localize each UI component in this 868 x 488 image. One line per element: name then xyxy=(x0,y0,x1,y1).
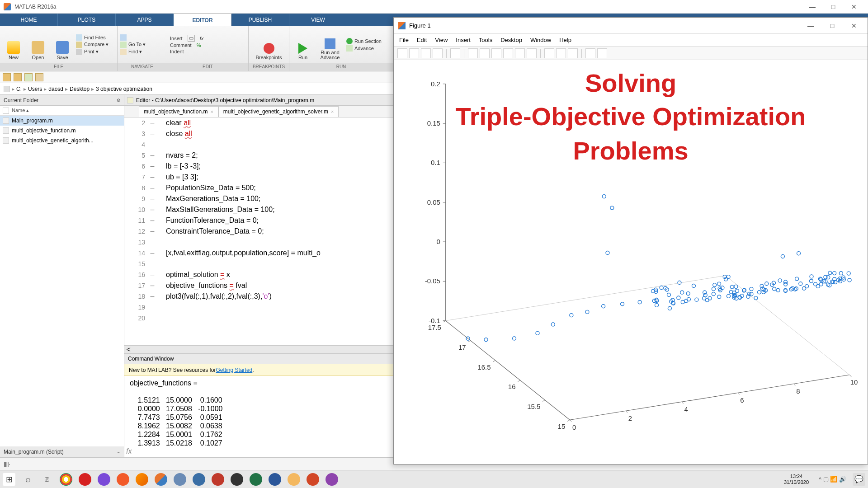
menu-view[interactable]: View xyxy=(435,37,448,43)
compare-button[interactable]: Compare ▾ xyxy=(76,42,108,48)
tab-apps[interactable]: APPS xyxy=(116,14,174,26)
print-button[interactable]: Print ▾ xyxy=(76,49,108,55)
menu-desktop[interactable]: Desktop xyxy=(500,37,522,43)
taskbar-chrome-icon[interactable] xyxy=(60,473,72,486)
advance-button[interactable]: Advance xyxy=(346,45,382,52)
qa-fwd-button[interactable] xyxy=(14,73,22,81)
figure-maximize-button[interactable]: □ xyxy=(823,22,841,29)
taskbar-matlab-icon[interactable] xyxy=(155,473,167,486)
tab-home[interactable]: HOME xyxy=(0,14,58,26)
menu-edit[interactable]: Edit xyxy=(417,37,427,43)
figure-window[interactable]: Figure 1 — □ ✕ File Edit View Insert Too… xyxy=(393,17,868,465)
fig-hide-icon[interactable] xyxy=(585,48,595,58)
breakpoints-button[interactable]: Breakpoints xyxy=(258,28,280,61)
menu-tools[interactable]: Tools xyxy=(479,37,492,43)
addr-part[interactable]: daosd xyxy=(48,86,63,92)
taskbar-firefox-icon[interactable] xyxy=(136,473,148,486)
fig-colorbar-icon[interactable] xyxy=(556,48,566,58)
file-item[interactable]: multi_objective_genetic_algorith... xyxy=(0,136,124,145)
window-maximize-button[interactable]: □ xyxy=(823,0,844,14)
indent-button[interactable]: Indent xyxy=(170,49,203,54)
run-button[interactable]: Run xyxy=(292,28,314,61)
taskbar-ppt-icon[interactable] xyxy=(307,473,319,486)
addr-part[interactable]: 3 objective optimization xyxy=(96,86,152,92)
details-header[interactable]: Main_program.m (Script)⌄ xyxy=(0,446,124,457)
editor-tab[interactable]: multi_objective_function.m× xyxy=(139,106,218,117)
nav-back-button[interactable] xyxy=(120,34,146,41)
tab-close-icon[interactable]: × xyxy=(210,109,213,114)
fig-pointer-icon[interactable] xyxy=(450,48,460,58)
figure-close-button[interactable]: ✕ xyxy=(845,22,863,29)
taskbar-app-icon[interactable] xyxy=(326,473,338,486)
run-advance-button[interactable]: Run and Advance xyxy=(316,28,344,61)
fig-dock-icon[interactable] xyxy=(597,48,607,58)
fig-brush-icon[interactable] xyxy=(527,48,537,58)
taskbar-app-icon[interactable] xyxy=(174,473,186,486)
fig-zoomout-icon[interactable] xyxy=(480,48,490,58)
save-button[interactable]: Save xyxy=(52,28,73,61)
taskbar-paint-icon[interactable] xyxy=(288,473,300,486)
tab-editor[interactable]: EDITOR xyxy=(174,14,231,26)
fig-link-icon[interactable] xyxy=(544,48,554,58)
qa-up-button[interactable] xyxy=(24,73,33,81)
addr-drive[interactable]: C: xyxy=(16,86,22,92)
insert-button[interactable]: Insert ▭ fx xyxy=(170,35,203,42)
menu-window[interactable]: Window xyxy=(530,37,551,43)
file-list-header[interactable]: Name ▴ xyxy=(0,106,124,116)
tab-publish[interactable]: PUBLISH xyxy=(231,14,289,26)
menu-insert[interactable]: Insert xyxy=(456,37,471,43)
menu-file[interactable]: File xyxy=(399,37,409,43)
taskbar-app-icon[interactable] xyxy=(98,473,110,486)
qa-browse-button[interactable] xyxy=(35,73,43,81)
menu-help[interactable]: Help xyxy=(559,37,571,43)
open-button[interactable]: Open xyxy=(27,28,49,61)
goto-button[interactable]: Go To ▾ xyxy=(120,42,146,48)
run-section-button[interactable]: Run Section xyxy=(346,38,382,44)
fig-legend-icon[interactable] xyxy=(568,48,578,58)
find-files-button[interactable]: Find Files xyxy=(76,34,108,41)
find-button[interactable]: Find ▾ xyxy=(120,49,146,55)
fig-pan-icon[interactable] xyxy=(491,48,501,58)
taskbar-app-icon[interactable] xyxy=(212,473,224,486)
window-close-button[interactable]: ✕ xyxy=(844,0,864,14)
fig-save-icon[interactable] xyxy=(421,48,431,58)
taskbar-obs-icon[interactable] xyxy=(231,473,243,486)
file-item[interactable]: Main_program.m xyxy=(0,116,124,126)
taskbar-clock[interactable]: 13:24 31/10/2020 xyxy=(784,474,812,485)
details-expand-icon[interactable]: ⌄ xyxy=(117,449,120,454)
notifications-button[interactable]: 💬 xyxy=(853,473,865,486)
tab-close-icon[interactable]: × xyxy=(331,109,334,114)
taskbar-brave-icon[interactable] xyxy=(117,473,129,486)
panel-collapse-icon[interactable]: ⊙ xyxy=(117,98,120,103)
taskbar-excel-icon[interactable] xyxy=(250,473,262,486)
addr-part[interactable]: Desktop xyxy=(70,86,90,92)
editor-tab[interactable]: multi_objective_genetic_algorithm_solver… xyxy=(218,106,339,117)
current-folder-header[interactable]: Current Folder⊙ xyxy=(0,95,124,106)
figure-canvas[interactable]: Solving Triple-Objective Optimization Pr… xyxy=(394,60,868,464)
fig-open-icon[interactable] xyxy=(409,48,419,58)
taskbar-search-button[interactable] xyxy=(22,473,34,486)
fig-print-icon[interactable] xyxy=(433,48,443,58)
fig-rotate-icon[interactable] xyxy=(503,48,513,58)
svg-line-19 xyxy=(542,400,545,401)
tab-plots[interactable]: PLOTS xyxy=(58,14,116,26)
file-item[interactable]: multi_objective_function.m xyxy=(0,126,124,136)
addr-part[interactable]: Users xyxy=(28,86,42,92)
comment-button[interactable]: Comment % xyxy=(170,42,203,48)
getting-started-link[interactable]: Getting Started xyxy=(216,367,253,373)
fig-zoomin-icon[interactable] xyxy=(468,48,478,58)
figure-titlebar[interactable]: Figure 1 — □ ✕ xyxy=(394,18,868,34)
tab-view[interactable]: VIEW xyxy=(289,14,347,26)
start-button[interactable] xyxy=(3,473,15,486)
new-button[interactable]: New xyxy=(3,28,24,61)
taskbar-word-icon[interactable] xyxy=(269,473,281,486)
taskbar-record-icon[interactable] xyxy=(79,473,91,486)
task-view-button[interactable] xyxy=(41,473,53,486)
system-tray[interactable]: ^ ▢ 📶 🔊 xyxy=(819,476,846,483)
fig-datatip-icon[interactable] xyxy=(515,48,525,58)
taskbar-app-icon[interactable] xyxy=(193,473,205,486)
fig-new-icon[interactable] xyxy=(397,48,407,58)
qa-back-button[interactable] xyxy=(3,73,11,81)
window-minimize-button[interactable]: — xyxy=(802,0,823,14)
figure-minimize-button[interactable]: — xyxy=(802,22,820,29)
